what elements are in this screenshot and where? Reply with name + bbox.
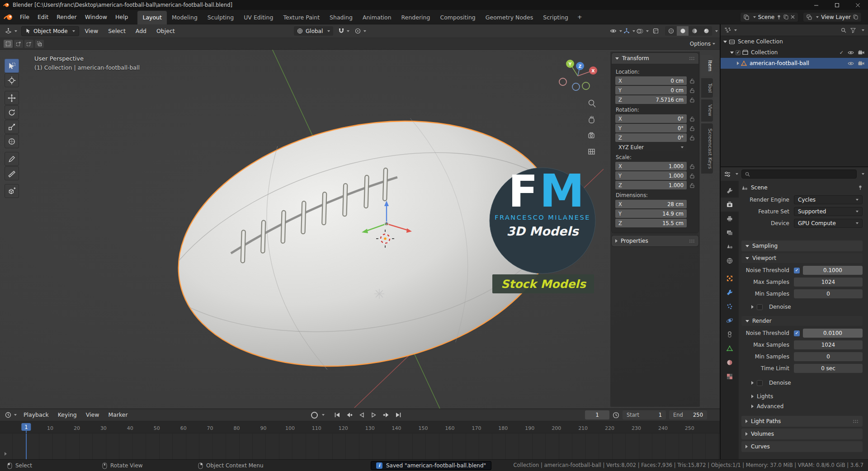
workspace-tab-scripting[interactable]: Scripting [538, 11, 573, 24]
tool-add-cube[interactable] [5, 184, 19, 198]
pin-scene-icon[interactable] [777, 14, 781, 20]
menu-keying[interactable]: Keying [53, 409, 81, 421]
shading-rendered-button[interactable] [700, 26, 712, 36]
number-field-y[interactable]: Y14.9 cm [615, 209, 687, 218]
new-scene-icon[interactable] [783, 14, 788, 19]
gizmo-axis-y-neg-ball[interactable] [582, 82, 590, 89]
shading-material-button[interactable] [689, 26, 700, 36]
tab-particles[interactable] [721, 299, 739, 313]
tab-material[interactable] [721, 355, 739, 369]
tool-transform[interactable] [5, 134, 19, 148]
tab-modifiers[interactable] [721, 285, 739, 299]
lock-icon[interactable] [688, 88, 696, 93]
workspace-tab-compositing[interactable]: Compositing [435, 11, 480, 24]
blender-logo-icon[interactable] [4, 14, 13, 21]
camera-view-icon[interactable] [589, 133, 594, 138]
chevron-down-icon[interactable] [715, 30, 718, 32]
use-preview-range-icon[interactable] [613, 412, 619, 419]
outliner-row-scene-collection[interactable]: Scene Collection [721, 36, 868, 47]
tab-constraints[interactable] [721, 327, 739, 341]
feature-set-dropdown[interactable]: Supported [794, 207, 863, 216]
lock-icon[interactable] [688, 116, 696, 122]
shading-solid-button[interactable] [677, 26, 689, 36]
view-layer-name[interactable]: View Layer [821, 14, 851, 20]
start-frame-field[interactable]: Start 1 [623, 410, 666, 419]
prev-keyframe-button[interactable] [344, 410, 355, 419]
noise-threshold-checkbox[interactable] [794, 268, 800, 273]
menu-render[interactable]: Render [52, 10, 81, 24]
panel-grip-icon[interactable] [689, 57, 695, 61]
denoise-checkbox[interactable] [757, 380, 763, 386]
chevron-down-icon[interactable] [347, 30, 349, 32]
toggle-perspective-icon[interactable] [589, 149, 594, 154]
gizmo-axis-x-neg-ball[interactable] [559, 78, 566, 85]
lock-icon[interactable] [688, 135, 696, 141]
timeline-editor-button[interactable] [3, 410, 19, 420]
number-field-x[interactable]: X0° [615, 114, 687, 123]
viewport-denoise-row[interactable]: Denoise [741, 302, 863, 312]
number-field-z[interactable]: Z15.5 cm [615, 219, 687, 227]
tab-world[interactable] [721, 254, 739, 268]
xray-toggle[interactable] [650, 28, 661, 34]
view-layer-selector[interactable]: View Layer [803, 12, 862, 22]
collection-enable-checkbox[interactable] [736, 50, 741, 55]
menu-select[interactable]: Select [104, 24, 130, 38]
jump-to-end-button[interactable] [393, 410, 404, 419]
auto-keying-record-button[interactable] [311, 412, 318, 419]
sidebar-tab-screencast-keys[interactable]: Screencast Keys [701, 123, 713, 174]
breadcrumb-scene[interactable]: Scene [751, 184, 768, 191]
menu-view[interactable]: View [81, 409, 104, 421]
noise-threshold-field[interactable]: 0.1000 [803, 266, 863, 275]
tool-cursor[interactable] [5, 73, 19, 87]
volumes-section-header[interactable]: Volumes [741, 429, 863, 439]
pan-hand-icon[interactable] [589, 116, 594, 123]
lock-icon[interactable] [688, 78, 696, 84]
mode-dropdown[interactable]: Object Mode [21, 26, 79, 36]
lock-icon[interactable] [688, 164, 696, 169]
time-limit-field[interactable]: 0 sec [794, 364, 863, 373]
sampling-viewport-header[interactable]: Viewport [741, 253, 863, 263]
transform-orientation-dropdown[interactable]: Global [294, 26, 333, 36]
number-field-x[interactable]: X1.000 [615, 162, 687, 170]
rotation-mode-dropdown[interactable]: XYZ Euler [615, 143, 687, 151]
noise-threshold-field[interactable]: 0.0100 [803, 329, 863, 338]
tab-physics[interactable] [721, 313, 739, 327]
transform-panel-header[interactable]: Transform [612, 53, 698, 64]
number-field-x[interactable]: X28 cm [615, 200, 687, 208]
options-dropdown[interactable]: Options [690, 41, 715, 47]
menu-object[interactable]: Object [152, 24, 179, 38]
menu-view[interactable]: View [81, 24, 103, 38]
light-paths-section-header[interactable]: Light Paths [741, 416, 863, 427]
workspace-tab-sculpting[interactable]: Sculpting [203, 11, 239, 24]
delete-scene-icon[interactable] [791, 15, 795, 19]
lights-row[interactable]: Lights [741, 391, 863, 401]
hide-in-viewport-icon[interactable] [848, 50, 854, 55]
outliner-row-collection[interactable]: Collection [721, 47, 868, 58]
menu-edit[interactable]: Edit [33, 10, 52, 24]
search-icon[interactable] [841, 28, 846, 33]
channel-expand-icon[interactable] [5, 452, 7, 456]
curves-section-header[interactable]: Curves [741, 441, 863, 452]
tool-rotate[interactable] [5, 105, 19, 119]
snap-controls[interactable] [339, 28, 349, 34]
scene-selector[interactable]: Scene [740, 12, 799, 22]
workspace-tab-rendering[interactable]: Rendering [396, 11, 435, 24]
tool-measure[interactable] [5, 166, 19, 180]
chevron-down-icon[interactable] [734, 29, 737, 31]
chevron-down-icon[interactable] [363, 30, 366, 32]
render-denoise-row[interactable]: Denoise [741, 378, 863, 388]
chevron-down-icon[interactable] [736, 173, 738, 175]
number-field-x[interactable]: X0 cm [615, 76, 687, 85]
visibility-controls[interactable] [610, 28, 622, 33]
disable-in-renders-icon[interactable] [858, 50, 864, 55]
tool-scale[interactable] [5, 120, 19, 134]
max-samples-field[interactable]: 1024 [794, 340, 863, 349]
min-samples-field[interactable]: 0 [794, 352, 863, 361]
device-dropdown[interactable]: GPU Compute [794, 219, 863, 228]
jump-to-start-button[interactable] [332, 410, 343, 419]
preset-menu-icon[interactable] [853, 419, 859, 424]
disable-in-renders-icon[interactable] [858, 61, 864, 66]
sidebar-tab-view[interactable]: View [701, 99, 713, 121]
tab-object-data[interactable] [721, 341, 739, 355]
report-message[interactable]: Saved "american-football-ball.blend" [371, 461, 491, 470]
